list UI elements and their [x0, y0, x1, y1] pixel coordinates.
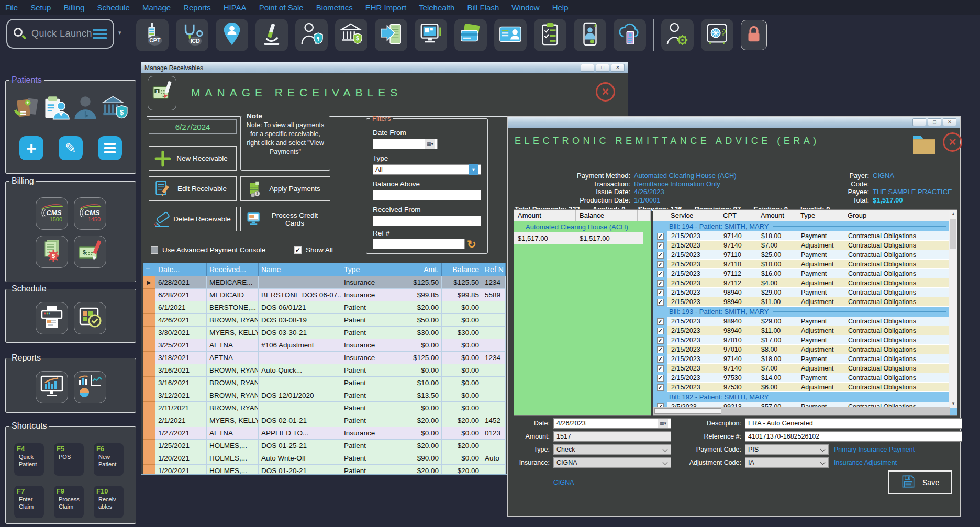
- print-checks-button[interactable]: $: [74, 236, 106, 268]
- row-handle[interactable]: [143, 339, 155, 352]
- save-button[interactable]: Save: [888, 470, 952, 494]
- column-header[interactable]: Type: [341, 263, 399, 276]
- workstation-button[interactable]: [415, 19, 447, 51]
- date-input[interactable]: 4/26/2023▦▾: [553, 418, 671, 429]
- service-row[interactable]: ✓2/15/202397010$17.00PaymentContractual …: [653, 335, 950, 345]
- statement-processing-button[interactable]: $: [36, 236, 68, 268]
- refresh-icon[interactable]: ↻: [467, 239, 478, 250]
- shortcut-f10[interactable]: F10Receiv- ables: [94, 486, 124, 518]
- row-handle[interactable]: [143, 377, 155, 389]
- menu-item-ehr-import[interactable]: EHR Import: [365, 3, 406, 12]
- receivable-row[interactable]: 3/18/2021AETNAInsurance$125.00$0.001234: [143, 352, 506, 364]
- service-checkbox[interactable]: ✓: [653, 260, 667, 269]
- show-all-option[interactable]: ✓ Show All: [294, 246, 333, 254]
- security-vault-button[interactable]: [701, 19, 733, 51]
- menu-item-billing[interactable]: Billing: [63, 3, 84, 12]
- service-row[interactable]: ✓2/15/202397140$7.00AdjustmentContractua…: [653, 241, 950, 250]
- row-handle[interactable]: [143, 289, 155, 301]
- service-row[interactable]: ✓2/15/202398940$29.00PaymentContractual …: [653, 288, 950, 297]
- row-handle[interactable]: [143, 452, 155, 465]
- close-button[interactable]: ✕: [943, 118, 956, 126]
- current-date-field[interactable]: 6/27/2024: [149, 119, 237, 134]
- patient-list-button[interactable]: [98, 136, 122, 160]
- bill-flash-button[interactable]: [614, 19, 646, 51]
- row-handle[interactable]: [143, 465, 155, 474]
- print-schedule-button[interactable]: [36, 302, 68, 334]
- receivable-row[interactable]: 1/20/2021HOLMES,...DOS 01-20-21Patient$2…: [143, 465, 506, 474]
- hamburger-icon[interactable]: [93, 29, 107, 39]
- menu-item-biometrics[interactable]: Biometrics: [316, 3, 353, 12]
- adjustment-code-select[interactable]: IA: [745, 457, 829, 468]
- service-checkbox[interactable]: ✓: [653, 278, 667, 288]
- task-list-button[interactable]: [534, 19, 566, 51]
- column-header[interactable]: Amount: [514, 210, 576, 221]
- menu-item-bill-flash[interactable]: Bill Flash: [467, 3, 499, 12]
- received-from-input[interactable]: [373, 216, 481, 226]
- shortcut-f9[interactable]: F9Process Claim: [54, 486, 84, 518]
- service-checkbox[interactable]: ✓: [653, 345, 667, 354]
- service-checkbox[interactable]: ✓: [653, 383, 667, 392]
- telehealth-button[interactable]: [574, 19, 606, 51]
- hscrollbar-thumb[interactable]: [654, 408, 721, 414]
- column-header[interactable]: Balance: [442, 263, 482, 276]
- row-handle[interactable]: [143, 389, 155, 402]
- service-row[interactable]: ✓2/15/202397530$6.00AdjustmentContractua…: [653, 383, 950, 392]
- quick-launch[interactable]: Quick Launch: [6, 19, 114, 49]
- column-header[interactable]: Balance: [576, 210, 638, 221]
- receivable-row[interactable]: 3/16/2021BROWN, RYANAuto-Quick...Patient…: [143, 364, 506, 377]
- patient-demographics-icon[interactable]: [72, 94, 99, 121]
- delete-receivable-button[interactable]: Delete Receivable: [149, 207, 237, 231]
- process-credit-cards-button[interactable]: Process Credit Cards: [240, 207, 330, 231]
- receivable-row[interactable]: 1/25/2021HOLMES,...DOS 01-25-21Patient$2…: [143, 440, 506, 452]
- horizontal-scrollbar[interactable]: [653, 407, 950, 415]
- patient-institution-icon[interactable]: $: [101, 94, 128, 121]
- row-handle[interactable]: [143, 327, 155, 339]
- service-row[interactable]: ✓2/15/202397140$18.00PaymentContractual …: [653, 231, 950, 241]
- receivable-row[interactable]: 2/1/2021MYERS, KELLYDOS 02-01-21Patient$…: [143, 414, 506, 427]
- column-header[interactable]: Service: [667, 211, 719, 219]
- minimize-button[interactable]: ─: [912, 118, 926, 126]
- amount-input[interactable]: 1517: [553, 431, 671, 442]
- menu-item-reports[interactable]: Reports: [183, 3, 211, 12]
- chevron-down-icon[interactable]: ▼: [469, 164, 478, 175]
- balance-above-input[interactable]: [373, 190, 481, 200]
- row-handle[interactable]: [143, 301, 155, 314]
- cms-1450-button[interactable]: CMS1450: [74, 197, 106, 230]
- patient-insurance-button[interactable]: [295, 19, 328, 51]
- service-row[interactable]: ✓2/15/202398940$11.00AdjustmentContractu…: [653, 297, 950, 307]
- scroll-up-icon[interactable]: ▲: [949, 210, 957, 218]
- menu-item-file[interactable]: File: [5, 3, 18, 12]
- service-row[interactable]: ✓2/15/202397010$8.00AdjustmentContractua…: [653, 345, 950, 354]
- open-folder-icon[interactable]: [911, 132, 937, 155]
- description-input[interactable]: ERA - Auto Generated: [745, 418, 962, 429]
- menu-item-telehealth[interactable]: Telehealth: [419, 3, 454, 12]
- credit-cards-button[interactable]: [454, 19, 487, 51]
- maximize-button[interactable]: □: [928, 118, 941, 126]
- column-header[interactable]: Group: [844, 211, 950, 219]
- column-header[interactable]: Name: [259, 263, 341, 276]
- column-header[interactable]: Ref N: [482, 263, 506, 276]
- service-checkbox[interactable]: ✓: [653, 231, 667, 241]
- lock-button[interactable]: [741, 20, 767, 50]
- service-checkbox[interactable]: ✓: [653, 364, 667, 373]
- cpt-codes-button[interactable]: CPT: [136, 19, 169, 51]
- menu-item-schedule[interactable]: Schedule: [97, 3, 130, 12]
- menu-item-window[interactable]: Window: [511, 3, 539, 12]
- receivables-titlebar[interactable]: Manage Receivables ─ □ ✕: [141, 62, 628, 73]
- row-handle[interactable]: [143, 414, 155, 427]
- era-titlebar[interactable]: ─ □ ✕: [508, 117, 960, 128]
- receivable-row[interactable]: 3/16/2021BROWN, RYANPatient$10.00$0.00: [143, 377, 506, 389]
- edit-receivable-button[interactable]: Edit Receivable: [149, 176, 237, 201]
- close-button[interactable]: ✕: [611, 64, 625, 72]
- row-handle[interactable]: [143, 427, 155, 440]
- shortcut-f4[interactable]: F4Quick Patient: [14, 443, 44, 476]
- scrollbar-thumb[interactable]: [950, 219, 956, 249]
- service-checkbox[interactable]: ✓: [653, 354, 667, 364]
- service-row[interactable]: ✓2/15/202397140$18.00PaymentContractual …: [653, 354, 950, 364]
- institutions-button[interactable]: $: [335, 19, 368, 51]
- icd-codes-button[interactable]: ICD: [176, 19, 208, 51]
- row-handle[interactable]: [143, 352, 155, 364]
- service-checkbox[interactable]: ✓: [653, 269, 667, 278]
- advanced-console-option[interactable]: Use Advanced Payment Console: [151, 246, 265, 254]
- patient-chart-icon[interactable]: [42, 94, 70, 121]
